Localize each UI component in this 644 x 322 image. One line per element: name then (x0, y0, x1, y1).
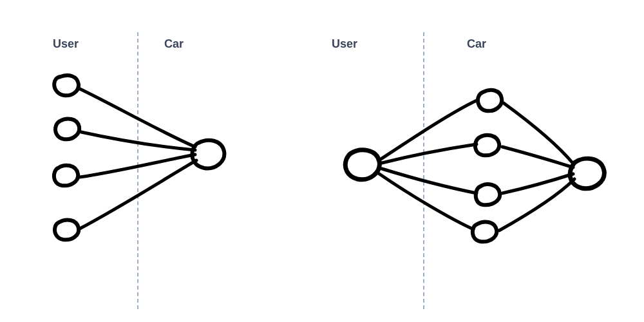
right-car-node (570, 158, 604, 189)
left-diagram-divider (137, 32, 138, 309)
right-edge-l-2 (382, 144, 477, 163)
left-diagram-car-label: Car (164, 37, 184, 51)
left-user-node-1 (54, 75, 79, 95)
right-middle-node-1 (478, 90, 502, 111)
right-edge-r-4 (499, 179, 574, 231)
right-middle-node-3 (476, 184, 500, 205)
right-diagram (345, 90, 604, 242)
right-diagram-user-label: User (332, 37, 357, 51)
right-diagram-divider (423, 32, 424, 309)
right-edge-l-4 (379, 174, 473, 229)
right-middle-node-2 (475, 135, 499, 155)
right-edge-r-1 (504, 103, 573, 164)
right-edge-l-1 (380, 100, 477, 160)
right-user-node (345, 150, 379, 180)
left-user-node-2 (55, 119, 79, 140)
left-user-node-4 (55, 220, 79, 240)
diagram-drawing (0, 0, 644, 322)
right-edge-l-3 (382, 169, 477, 193)
left-user-node-3 (54, 166, 78, 185)
right-middle-node-4 (473, 222, 497, 242)
left-car-node (192, 140, 224, 169)
right-edge-r-3 (502, 174, 573, 193)
right-edge-r-2 (502, 147, 573, 167)
right-diagram-car-label: Car (467, 37, 486, 51)
left-diagram (54, 75, 224, 240)
left-diagram-user-label: User (53, 37, 79, 51)
